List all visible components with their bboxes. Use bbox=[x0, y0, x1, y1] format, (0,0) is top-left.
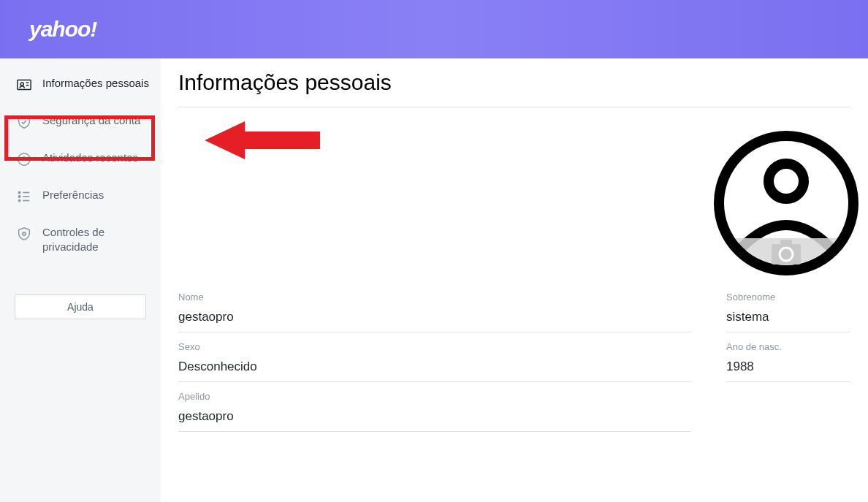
sidebar-item-personal-info[interactable]: Informações pessoais bbox=[0, 66, 161, 103]
sidebar-item-label: Atividades recentes bbox=[42, 151, 151, 165]
svg-point-1 bbox=[20, 83, 23, 85]
field-value: gestaopro bbox=[178, 409, 691, 424]
field-value: gestaopro bbox=[178, 310, 691, 324]
shield-gear-icon bbox=[16, 226, 32, 242]
app-header: yahoo! bbox=[0, 0, 868, 58]
field-label: Nome bbox=[178, 292, 691, 303]
field-label: Sobrenome bbox=[726, 292, 850, 303]
sidebar: Informações pessoais Segurança da conta … bbox=[0, 58, 161, 502]
fields-area: Nome gestaopro Sexo Desconhecido Apelido… bbox=[178, 283, 850, 432]
field-value: 1988 bbox=[726, 360, 850, 374]
page-title: Informações pessoais bbox=[178, 70, 850, 95]
divider bbox=[178, 107, 850, 107]
field-nickname[interactable]: Apelido gestaopro bbox=[178, 382, 691, 432]
shield-check-icon bbox=[16, 114, 32, 130]
profile-avatar[interactable] bbox=[713, 130, 859, 276]
layout: Informações pessoais Segurança da conta … bbox=[0, 58, 868, 502]
sidebar-item-label: Preferências bbox=[42, 188, 151, 202]
clock-icon bbox=[16, 151, 32, 167]
help-button[interactable]: Ajuda bbox=[15, 294, 146, 319]
field-label: Sexo bbox=[178, 341, 691, 352]
svg-rect-18 bbox=[780, 240, 792, 246]
sidebar-item-label: Informações pessoais bbox=[42, 76, 151, 91]
sidebar-item-preferences[interactable]: Preferências bbox=[0, 178, 161, 215]
sidebar-item-account-security[interactable]: Segurança da conta bbox=[0, 103, 161, 140]
svg-point-14 bbox=[769, 164, 804, 199]
field-name[interactable]: Nome gestaopro bbox=[178, 283, 691, 332]
field-surname[interactable]: Sobrenome sistema bbox=[726, 283, 850, 332]
sidebar-item-recent-activity[interactable]: Atividades recentes bbox=[0, 140, 161, 178]
sidebar-item-label: Segurança da conta bbox=[42, 113, 151, 128]
fields-right-column: Sobrenome sistema Ano de nasc. 1988 bbox=[726, 283, 850, 432]
field-label: Ano de nasc. bbox=[726, 341, 850, 352]
preferences-list-icon bbox=[16, 189, 32, 205]
svg-marker-12 bbox=[205, 121, 320, 159]
sidebar-item-label: Controles de privacidade bbox=[42, 225, 151, 255]
svg-point-5 bbox=[18, 191, 20, 193]
field-gender[interactable]: Sexo Desconhecido bbox=[178, 332, 691, 382]
field-label: Apelido bbox=[178, 391, 691, 402]
svg-point-6 bbox=[18, 196, 20, 197]
id-card-icon bbox=[16, 77, 32, 93]
fields-left-column: Nome gestaopro Sexo Desconhecido Apelido… bbox=[178, 283, 691, 432]
field-value: sistema bbox=[726, 310, 850, 324]
annotation-arrow-icon bbox=[205, 118, 321, 162]
svg-point-11 bbox=[23, 232, 26, 235]
field-value: Desconhecido bbox=[178, 360, 691, 374]
svg-point-7 bbox=[18, 199, 20, 201]
sidebar-item-privacy-controls[interactable]: Controles de privacidade bbox=[0, 215, 161, 265]
main-content: Informações pessoais bbox=[161, 58, 868, 502]
field-birth-year[interactable]: Ano de nasc. 1988 bbox=[726, 332, 850, 382]
yahoo-logo[interactable]: yahoo! bbox=[29, 17, 96, 42]
